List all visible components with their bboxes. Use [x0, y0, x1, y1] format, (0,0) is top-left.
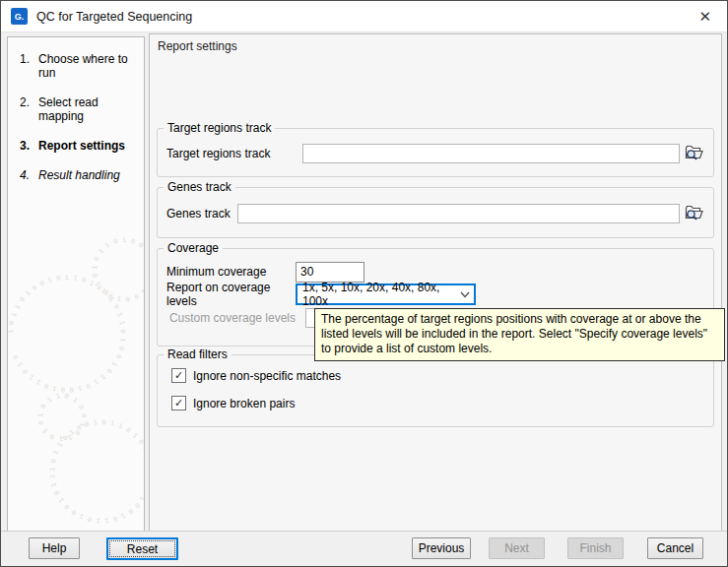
dialog-window: G. QC for Targeted Sequencing ✕ 1. Choos… — [0, 0, 728, 567]
ignore-broken-pairs-label: Ignore broken pairs — [193, 397, 295, 410]
browse-folder-search-icon[interactable] — [684, 203, 704, 224]
target-regions-track-label: Target regions track — [166, 147, 302, 160]
target-regions-track-input[interactable] — [302, 144, 680, 163]
step-label: Select read mapping — [38, 95, 144, 123]
groupbox-title: Read filters — [164, 347, 232, 361]
target-regions-groupbox: Target regions track Target regions trac… — [157, 128, 714, 177]
step-number: 4. — [20, 168, 38, 182]
window-title: QC for Targeted Sequencing — [36, 10, 192, 24]
help-button[interactable]: Help — [29, 537, 80, 559]
coverage-levels-dropdown[interactable]: 1x, 5x, 10x, 20x, 40x, 80x, 100x — [296, 284, 476, 305]
footer-button-bar: Help Reset Previous Next Finish Cancel — [1, 531, 727, 566]
ignore-broken-pairs-checkbox[interactable]: ✓ — [171, 396, 186, 410]
genes-track-groupbox: Genes track Genes track — [157, 187, 714, 238]
step-choose-where-to-run: 1. Choose where to run — [20, 52, 144, 80]
cancel-button[interactable]: Cancel — [647, 537, 703, 559]
binary-swirl-watermark: 1 0 1 1 0 1 0 0 1 0 1 1 0 1 0 0 1 0 1 1 … — [8, 235, 145, 531]
custom-coverage-levels-label: Custom coverage levels — [166, 311, 305, 325]
step-label: Report settings — [38, 139, 125, 153]
ignore-nonspecific-matches-checkbox[interactable]: ✓ — [171, 368, 186, 383]
step-report-settings: 3. Report settings — [20, 139, 144, 153]
step-label: Choose where to run — [38, 52, 144, 80]
genes-track-label: Genes track — [166, 207, 237, 220]
reset-button[interactable]: Reset — [106, 537, 178, 560]
groupbox-title: Genes track — [164, 180, 235, 194]
genes-track-input[interactable] — [237, 204, 680, 223]
panel-heading: Report settings — [158, 39, 237, 53]
coverage-levels-tooltip: The percentage of target regions positio… — [314, 308, 725, 361]
previous-button[interactable]: Previous — [412, 537, 471, 559]
step-select-read-mapping: 2. Select read mapping — [20, 95, 144, 123]
title-bar: G. QC for Targeted Sequencing ✕ — [1, 1, 727, 32]
report-coverage-levels-label: Report on coverage levels — [166, 281, 296, 308]
groupbox-title: Coverage — [164, 241, 223, 255]
ignore-nonspecific-matches-label: Ignore non-specific matches — [193, 369, 341, 383]
dropdown-selected-value: 1x, 5x, 10x, 20x, 40x, 80x, 100x — [302, 281, 460, 308]
close-icon[interactable]: ✕ — [698, 9, 711, 24]
step-result-handling: 4. Result handling — [20, 168, 144, 182]
chevron-down-icon — [460, 291, 470, 298]
read-filters-groupbox: Read filters ✓ Ignore non-specific match… — [157, 354, 714, 427]
wizard-steps-sidebar: 1. Choose where to run 2. Select read ma… — [7, 36, 145, 532]
next-button: Next — [489, 537, 545, 559]
report-settings-panel: Report settings Target regions track Tar… — [149, 33, 722, 532]
groupbox-title: Target regions track — [164, 121, 275, 135]
step-label: Result handling — [38, 168, 120, 182]
finish-button: Finish — [567, 537, 624, 559]
step-number: 1. — [20, 52, 38, 80]
step-number: 2. — [20, 95, 38, 123]
minimum-coverage-label: Minimum coverage — [166, 265, 296, 279]
app-icon: G. — [11, 8, 28, 25]
step-number: 3. — [20, 139, 38, 153]
svg-text:1 0 1 1 0 1 0 0 1 0 1 1 0 1 0: 1 0 1 1 0 1 0 0 1 0 1 1 0 1 0 0 1 0 1 1 … — [8, 235, 88, 443]
browse-folder-search-icon[interactable] — [684, 143, 704, 164]
minimum-coverage-input[interactable] — [296, 262, 364, 283]
